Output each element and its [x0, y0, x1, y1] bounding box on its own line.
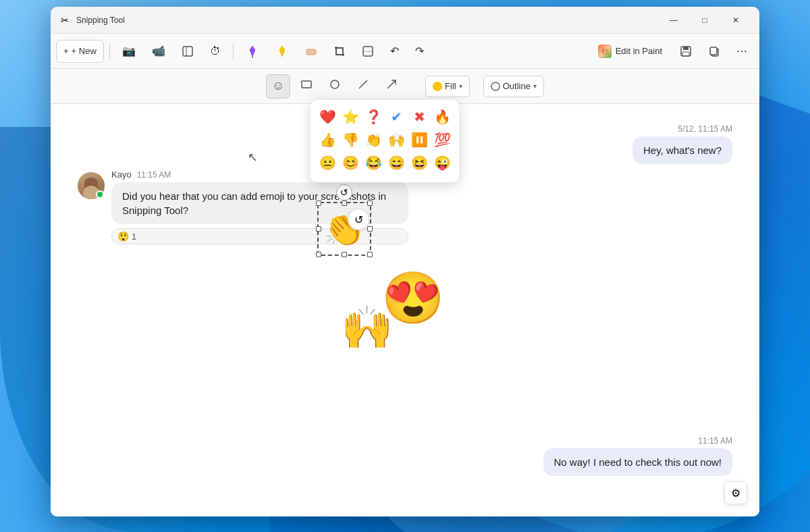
pen-button[interactable] — [239, 40, 266, 63]
fill-chevron: ▾ — [459, 82, 462, 90]
save-button[interactable] — [673, 40, 699, 63]
outline-color-indicator — [491, 82, 500, 91]
line-tool-button[interactable] — [351, 74, 375, 99]
emoji-pause[interactable]: ⏸️ — [409, 130, 429, 150]
new-label: + New — [72, 46, 97, 56]
eraser-button[interactable] — [298, 40, 324, 63]
emoji-laugh[interactable]: 😆 — [409, 153, 429, 173]
emoji-raise[interactable]: 🙌 — [386, 130, 406, 150]
new-icon: + — [63, 46, 69, 56]
highlighter-icon — [275, 45, 289, 58]
timer-button[interactable]: ⏱ — [203, 40, 227, 63]
maximize-button[interactable]: □ — [689, 9, 720, 31]
copy-button[interactable] — [701, 40, 727, 63]
toolbar-sep-1 — [109, 43, 110, 59]
outline-chevron: ▾ — [533, 82, 537, 90]
toolbar-sep-2 — [233, 43, 234, 59]
snip-button[interactable] — [175, 40, 200, 63]
titlebar: ✂ Snipping Tool — □ ✕ — [51, 7, 759, 34]
arrow-icon — [385, 78, 398, 94]
more-icon: ⋯ — [736, 45, 747, 57]
snipping-tool-window: ✂ Snipping Tool — □ ✕ + + New 📷 📹 — [51, 7, 759, 516]
reaction-count: 1 — [132, 232, 136, 242]
emoji-smile[interactable]: 😊 — [340, 153, 360, 173]
emoji-heart[interactable]: ❤️ — [317, 107, 338, 127]
rectangle-icon — [300, 78, 313, 94]
emoji-smiley-icon: ☺ — [272, 79, 284, 93]
emoji-neutral[interactable]: 😐 — [317, 153, 338, 173]
redo-icon: ↷ — [415, 45, 424, 57]
eraser-icon — [305, 45, 317, 57]
trim-icon — [362, 45, 374, 57]
emoji-100[interactable]: 💯 — [432, 130, 452, 150]
sticker-love-emoji[interactable]: 😍 — [381, 273, 445, 323]
emoji-grin[interactable]: 😄 — [386, 153, 406, 173]
resize-handle-bm[interactable] — [342, 252, 347, 257]
window-title: Snipping Tool — [76, 16, 653, 25]
emoji-x[interactable]: ✖ — [409, 107, 429, 127]
svg-rect-9 — [683, 47, 688, 50]
rectangle-tool-button[interactable] — [294, 74, 319, 99]
sent-message-1: Hey, what's new? — [632, 136, 732, 164]
emoji-star[interactable]: ⭐ — [340, 107, 360, 127]
sender-name: Kayo — [111, 169, 132, 180]
emoji-question[interactable]: ❓ — [363, 107, 383, 127]
emoji-clap[interactable]: 👏 — [363, 130, 383, 150]
emoji-check[interactable]: ✔ — [386, 107, 406, 127]
refresh-icon: ↺ — [354, 213, 363, 226]
resize-handle-bl[interactable] — [316, 252, 321, 257]
resize-handle-ml[interactable] — [316, 226, 321, 232]
emoji-picker-dropdown: ❤️ ⭐ ❓ ✔ ✖ 🔥 👍 👎 👏 🙌 ⏸️ 💯 😐 😊 😂 😄 — [310, 100, 459, 182]
redo-button[interactable]: ↷ — [408, 40, 431, 63]
camera-button[interactable]: 📷 — [115, 40, 142, 63]
settings-button[interactable]: ⚙ — [724, 481, 747, 504]
sent-msg-2-group: 11:15 AM No way! I need to check this ou… — [543, 436, 732, 476]
resize-handle-mr[interactable] — [367, 226, 373, 232]
paint-icon: 🎨 — [598, 45, 612, 58]
outline-label: Outline — [503, 81, 531, 91]
emoji-joy[interactable]: 😂 — [363, 153, 383, 173]
arrow-tool-button[interactable] — [379, 74, 404, 99]
emoji-thumbsup[interactable]: 👍 — [317, 130, 338, 150]
new-button[interactable]: + + New — [56, 40, 104, 63]
snip-icon — [182, 45, 194, 57]
resize-handle-tl[interactable] — [316, 201, 321, 206]
settings-icon: ⚙ — [731, 487, 740, 500]
edit-in-paint-button[interactable]: 🎨 Edit in Paint — [590, 40, 670, 63]
refresh-button[interactable]: ↺ — [348, 209, 369, 230]
video-button[interactable]: 📹 — [145, 40, 172, 63]
more-button[interactable]: ⋯ — [730, 40, 754, 63]
circle-icon — [329, 78, 341, 94]
fill-label: Fill — [445, 81, 456, 91]
emoji-wink[interactable]: 😜 — [432, 153, 452, 173]
svg-rect-13 — [302, 81, 311, 88]
outline-button[interactable]: Outline ▾ — [483, 76, 544, 97]
resize-handle-br[interactable] — [367, 252, 373, 257]
trim-button[interactable] — [355, 40, 381, 63]
msg-time-inline: 11:15 AM — [137, 170, 171, 180]
minimize-button[interactable]: — — [658, 9, 689, 31]
emoji-tool-button[interactable]: ☺ — [266, 74, 290, 99]
msg-timestamp-3: 11:15 AM — [698, 436, 732, 446]
crop-button[interactable] — [327, 40, 352, 63]
svg-marker-4 — [279, 46, 285, 57]
crop-icon — [333, 45, 346, 57]
svg-marker-2 — [250, 46, 255, 57]
resize-handle-tr[interactable] — [367, 201, 373, 206]
resize-handle-tm[interactable] — [342, 201, 347, 206]
emoji-fire[interactable]: 🔥 — [432, 107, 452, 127]
close-button[interactable]: ✕ — [720, 9, 751, 31]
emoji-thumbsdown[interactable]: 👎 — [340, 130, 360, 150]
emoji-row-1: ❤️ ⭐ ❓ ✔ ✖ 🔥 — [317, 107, 452, 127]
line-icon — [357, 78, 369, 94]
highlighter-button[interactable] — [269, 40, 296, 63]
reaction-emoji: 😲 — [117, 231, 129, 242]
svg-point-14 — [331, 80, 339, 88]
app-icon: ✂ — [59, 14, 71, 26]
circle-tool-button[interactable] — [323, 74, 347, 99]
edit-paint-label: Edit in Paint — [616, 46, 662, 56]
fill-button[interactable]: Fill ▾ — [425, 76, 470, 97]
undo-button[interactable]: ↶ — [383, 40, 406, 63]
rotate-sticker-handle[interactable]: ↺ — [336, 184, 352, 201]
avatar-container — [78, 172, 105, 199]
